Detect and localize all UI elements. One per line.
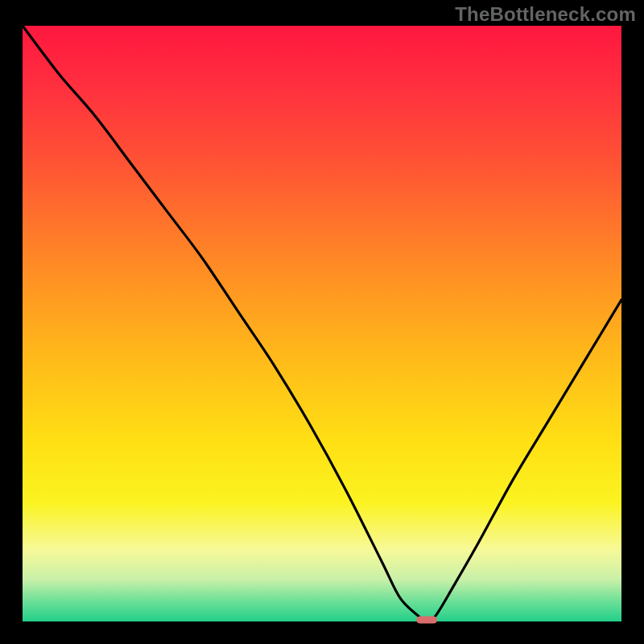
plot-background <box>23 26 621 621</box>
bottleneck-chart <box>0 0 644 644</box>
optimal-marker <box>416 617 437 624</box>
chart-container: { "attribution": "TheBottleneck.com", "c… <box>0 0 644 644</box>
attribution-label: TheBottleneck.com <box>455 3 636 26</box>
